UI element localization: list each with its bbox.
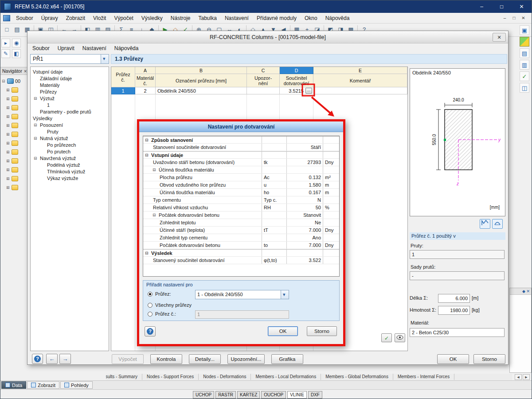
chevron-down-icon[interactable] — [101, 55, 109, 63]
details-button[interactable]: Detaily... — [189, 354, 221, 364]
mdi-restore-icon[interactable]: □ — [509, 14, 519, 22]
mdi-child-icon[interactable] — [3, 15, 10, 21]
module-tree-item[interactable]: Výsledky — [31, 115, 109, 122]
navigator-tree-item[interactable]: ⊞ — [0, 156, 28, 165]
menu-item[interactable]: Zobrazit — [62, 13, 89, 23]
panel-close-icon[interactable]: ✕ — [526, 289, 530, 293]
maximize-icon[interactable]: □ — [492, 0, 512, 13]
navigator-tree-item[interactable]: ⊞ — [0, 174, 28, 183]
tree-expand-icon[interactable]: ⊞ — [6, 88, 11, 92]
pruty-field[interactable]: 1 — [410, 250, 505, 259]
creep-row[interactable]: ⊟ Počátek dotvarování betonu Stanovit — [143, 211, 339, 219]
tree-expand-icon[interactable]: ⊟ — [34, 135, 37, 142]
dialog-menu-item[interactable]: Soubor — [28, 43, 54, 54]
menu-item[interactable]: Úpravy — [37, 13, 62, 23]
tree-expand-icon[interactable]: ⊞ — [6, 185, 11, 190]
column-letter-b[interactable]: B — [156, 67, 247, 74]
creep-row-value[interactable]: Ano — [287, 234, 323, 241]
dialog-menu-item[interactable]: Nápověda — [110, 43, 143, 54]
module-tree-item[interactable]: ⊟ Výztuž — [31, 95, 109, 102]
creep-row[interactable]: Účinná tloušťka materiálu ho 0.167 m — [143, 189, 339, 196]
creep-row-value[interactable]: 0.132 — [287, 174, 323, 181]
assign-option-section[interactable]: Průřez: — [148, 291, 171, 297]
results-table-tab[interactable]: Nodes - Deformations — [199, 374, 251, 380]
menu-item[interactable]: Tabulka — [195, 13, 221, 23]
creep-row-value[interactable] — [287, 250, 323, 256]
creep-row-value[interactable]: N — [287, 196, 323, 203]
tree-expand-icon[interactable]: ⊞ — [6, 132, 11, 137]
module-tree-item[interactable]: Materiály — [31, 82, 109, 89]
creep-row[interactable]: Plocha průřezu Ac 0.132 m² — [143, 174, 339, 181]
results-table-tab[interactable]: Results - Summary — [106, 374, 142, 380]
menu-item[interactable]: Výsledky — [137, 13, 167, 23]
navigator-tree-item[interactable]: ⊞ — [0, 130, 28, 139]
module-tree-item[interactable]: Vstupní údaje — [31, 69, 109, 75]
tree-expand-icon[interactable]: ⊞ — [6, 159, 11, 163]
tree-expand-icon[interactable]: ⊞ — [6, 123, 11, 128]
print-view-icon[interactable]: ▣ — [520, 25, 529, 35]
creep-row-value[interactable]: 7.000 — [287, 242, 323, 249]
status-toggle[interactable]: KARTEZ — [237, 391, 260, 399]
results-table-tab[interactable]: Nodes - Support Forces — [142, 374, 199, 380]
chevron-down-icon[interactable] — [281, 290, 289, 299]
eye-icon[interactable] — [395, 333, 405, 342]
bottom-tab[interactable]: Data — [1, 381, 26, 389]
radio-icon[interactable] — [148, 303, 153, 308]
results-table-tab[interactable]: Members - Global Deformations — [321, 374, 393, 380]
point-icon[interactable]: ◉ — [12, 39, 21, 47]
material-cell[interactable]: 2 — [135, 87, 156, 94]
navigator-tree-item[interactable]: ⊞ — [0, 165, 28, 174]
module-tree-item[interactable]: ⊟ Navržená výztuž — [31, 155, 109, 162]
tree-expand-icon[interactable]: ⊟ — [34, 95, 37, 102]
menu-item[interactable]: Nástroje — [167, 13, 195, 23]
creep-row[interactable]: Obvod vzdušného líce průřezu u 1.580 m — [143, 181, 339, 189]
navigator-tree-item[interactable]: ⊞ — [0, 121, 28, 130]
dialog-menu-item[interactable]: Upravit — [54, 43, 78, 54]
creep-row-value[interactable]: 7.000 — [287, 227, 323, 234]
creep-row[interactable]: Typ cementu Typ c. N — [143, 196, 339, 204]
sady-field[interactable]: - — [410, 271, 505, 280]
creep-cell[interactable]: 3.5215 ... — [280, 87, 313, 94]
material-field[interactable]: 2 - Beton C25/30 — [410, 328, 505, 337]
navigator-tree-item[interactable]: ⊞ — [0, 183, 28, 192]
navigator-close-icon[interactable]: ✕ — [23, 68, 27, 75]
navigator-tree-item[interactable]: ⊞ — [0, 94, 28, 103]
collapse-icon[interactable]: ⊟ — [145, 137, 149, 143]
creep-row[interactable]: Zohlednit teplotu Ne — [143, 219, 339, 227]
section-number-field[interactable]: 1 — [195, 310, 289, 319]
navigator-tree-item[interactable]: ⊞ — [0, 103, 28, 112]
module-tree-item[interactable]: ⊟ Nutná výztuž — [31, 135, 109, 142]
results-table-tab[interactable]: Members - Internal Forces — [393, 374, 454, 380]
dialog-titlebar[interactable]: RF-CONCRETE Columns - [001705-model-file… — [27, 31, 508, 43]
tree-expand-icon[interactable]: ⊟ — [2, 79, 7, 83]
creep-row[interactable]: ⊟ Účinná tloušťka materiálu — [143, 166, 339, 174]
mdi-minimize-icon[interactable]: – — [500, 14, 509, 22]
creep-row[interactable]: Zohlednit typ cementu Ano — [143, 234, 339, 242]
module-tree-item[interactable]: Podélná výztuž — [31, 162, 109, 168]
input-tables-icon[interactable]: ▤ — [520, 48, 529, 58]
tree-expand-icon[interactable]: ⊞ — [6, 141, 11, 145]
module-tree-item[interactable]: Parametry - podle prutů — [31, 109, 109, 115]
creep-row[interactable]: Účinné stáří (teplota) tT 7.000 Dny — [143, 227, 339, 234]
close-icon[interactable]: ✕ — [512, 0, 532, 13]
check-button[interactable]: Kontrola — [150, 354, 182, 364]
check-model-icon[interactable]: ✓ — [520, 71, 529, 81]
case-selector[interactable]: PŘ1 — [30, 54, 109, 64]
collapse-icon[interactable]: ⊟ — [153, 166, 156, 173]
previous-table-icon[interactable]: ← — [46, 354, 58, 364]
mdi-close-icon[interactable]: ✕ — [519, 14, 528, 22]
navigator-tree-item[interactable]: ⊞ — [0, 112, 28, 121]
menu-item[interactable]: Nápověda — [321, 13, 354, 23]
creep-row[interactable]: Uvažováno stáří betonu (dotvarování) tk … — [143, 159, 339, 166]
dialog-close-icon[interactable]: ✕ — [493, 33, 506, 42]
tree-expand-icon[interactable]: ⊞ — [6, 176, 11, 181]
tree-expand-icon[interactable]: ⊟ — [34, 122, 37, 129]
module-tree-item[interactable]: Třmínková výztuž — [31, 168, 109, 175]
status-toggle[interactable]: DXF — [308, 391, 322, 399]
creep-row[interactable]: ⊟ Způsob stanovení — [143, 136, 339, 144]
next-table-icon[interactable]: → — [59, 354, 71, 364]
tree-expand-icon[interactable]: ⊞ — [6, 168, 11, 172]
collapse-icon[interactable]: ⊟ — [145, 152, 149, 158]
row-number-cell[interactable]: 1 — [111, 87, 135, 94]
creep-row-value[interactable]: 1.580 — [287, 181, 323, 188]
